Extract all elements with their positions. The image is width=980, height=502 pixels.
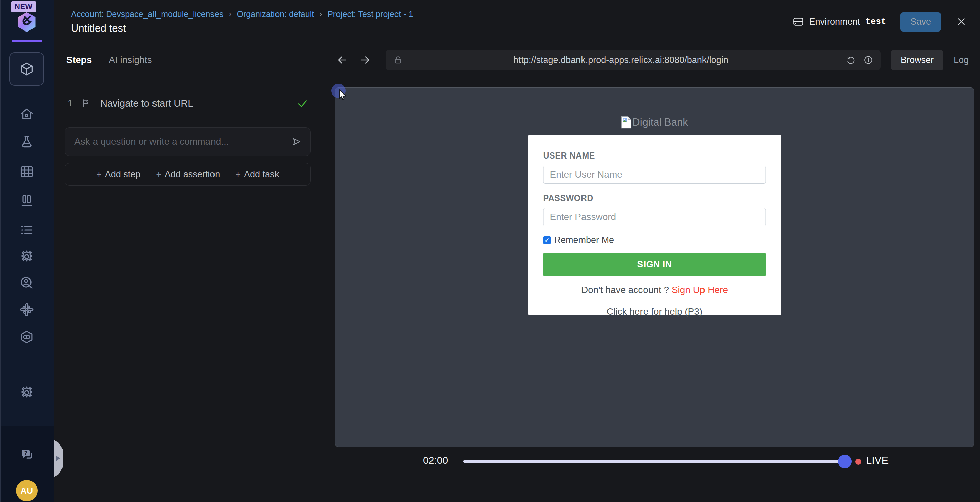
header: Account: Devspace_all_module_licenses › … — [54, 0, 980, 44]
sign-in-button[interactable]: SIGN IN — [543, 253, 766, 276]
plus-icon: + — [96, 169, 102, 180]
ask-command-input[interactable] — [75, 137, 291, 147]
help-chat-icon — [19, 448, 34, 462]
tab-ai-insights[interactable]: AI insights — [108, 55, 152, 65]
sidebar-item-home[interactable] — [19, 106, 34, 121]
replay-viewport[interactable]: Digital Bank USER NAME PASSWORD ✓ Rememb… — [336, 88, 974, 447]
forward-arrow-icon[interactable] — [359, 54, 371, 66]
flag-icon — [81, 98, 92, 108]
gear-icon — [19, 249, 34, 264]
sidebar-item-results[interactable] — [19, 222, 34, 237]
breadcrumb-organization[interactable]: Organization: default — [237, 10, 314, 19]
site-logo-alt-text: Digital Bank — [632, 116, 688, 128]
environment-db-icon — [792, 16, 804, 28]
sidebar-item-test-runs[interactable] — [19, 193, 34, 208]
sidebar-item-slack[interactable] — [19, 302, 34, 317]
timeline-thumb[interactable] — [838, 455, 852, 469]
browser-panel: http://stage.dbank.prod-apps.relicx.ai:8… — [322, 44, 980, 502]
list-icon — [19, 222, 34, 237]
add-step-button[interactable]: +Add step — [96, 169, 140, 180]
plus-icon: + — [156, 169, 161, 180]
step-text: Navigate to start URL — [100, 98, 193, 109]
login-card: USER NAME PASSWORD ✓ Remember Me SIGN IN… — [528, 135, 781, 315]
page-title: Untitled test — [71, 22, 413, 35]
add-task-button[interactable]: +Add task — [235, 169, 279, 180]
steps-panel: Steps AI insights 1 Navigate to start UR… — [54, 44, 322, 502]
live-dot-icon — [855, 459, 861, 465]
tab-steps[interactable]: Steps — [66, 55, 92, 65]
password-label: PASSWORD — [543, 193, 766, 203]
header-right: Environment test Save — [792, 13, 980, 32]
sidebar-item-tests[interactable] — [10, 52, 44, 86]
test-tubes-icon — [19, 193, 34, 208]
timeline-track[interactable] — [463, 460, 845, 463]
breadcrumb-account[interactable]: Account: Devspace_all_module_licenses — [71, 10, 223, 19]
broken-image-icon — [621, 116, 632, 129]
sidebar-item-settings[interactable] — [19, 385, 34, 400]
remember-me-checkbox[interactable]: ✓ — [543, 236, 551, 244]
url-text[interactable]: http://stage.dbank.prod-apps.relicx.ai:8… — [403, 55, 838, 65]
sidebar-item-config[interactable] — [19, 249, 34, 264]
ask-command-box — [65, 127, 311, 156]
tab-log[interactable]: Log — [953, 55, 969, 65]
info-icon[interactable] — [863, 55, 873, 65]
chevron-right-icon — [56, 456, 60, 461]
browser-toolbar: http://stage.dbank.prod-apps.relicx.ai:8… — [322, 44, 980, 76]
step-row[interactable]: 1 Navigate to start URL — [54, 94, 322, 113]
tab-browser[interactable]: Browser — [891, 50, 943, 70]
user-search-icon — [19, 275, 34, 290]
breadcrumb: Account: Devspace_all_module_licenses › … — [71, 10, 413, 19]
sidebar-item-suites[interactable] — [19, 164, 34, 179]
start-url-link[interactable]: start URL — [152, 98, 193, 109]
sidebar-item-lab[interactable] — [19, 135, 34, 149]
reload-icon[interactable] — [846, 55, 856, 65]
home-icon — [19, 106, 34, 121]
header-left: Account: Devspace_all_module_licenses › … — [54, 10, 413, 35]
plus-icon: + — [235, 169, 241, 180]
environment-value[interactable]: test — [865, 17, 886, 27]
sidebar-divider — [12, 367, 42, 367]
send-icon[interactable] — [291, 136, 302, 148]
playback-time: 02:00 — [423, 455, 448, 466]
add-assertion-button[interactable]: +Add assertion — [156, 169, 220, 180]
gear-icon — [19, 385, 34, 400]
slack-icon — [19, 302, 34, 317]
password-field[interactable] — [543, 208, 766, 226]
help-link[interactable]: Click here for help (P3) — [543, 306, 766, 317]
user-avatar[interactable]: AU — [16, 480, 38, 501]
sidebar-item-session-explorer[interactable] — [19, 275, 34, 290]
step-number: 1 — [68, 98, 73, 109]
signup-prefix: Don't have account ? — [581, 284, 669, 295]
sign-up-link[interactable]: Sign Up Here — [671, 284, 728, 295]
back-arrow-icon[interactable] — [336, 54, 348, 66]
close-icon[interactable] — [956, 16, 967, 27]
site-logo: Digital Bank — [336, 116, 974, 129]
package-box-icon — [19, 61, 35, 77]
sidebar-item-integrations[interactable] — [19, 330, 34, 345]
save-button[interactable]: Save — [900, 13, 941, 32]
sidebar: NEW AU — [0, 0, 54, 502]
app-logo[interactable] — [16, 10, 38, 35]
breadcrumb-chevron-icon: › — [229, 10, 231, 19]
username-label: USER NAME — [543, 151, 595, 160]
breadcrumb-chevron-icon: › — [320, 10, 322, 19]
success-check-icon — [296, 97, 309, 109]
relicx-logo-icon — [16, 10, 38, 34]
breadcrumb-project[interactable]: Project: Test project - 1 — [328, 10, 413, 19]
username-field[interactable] — [543, 165, 766, 184]
unlocked-padlock-icon — [393, 55, 403, 65]
sidebar-item-help[interactable] — [19, 448, 34, 462]
grid-icon — [19, 164, 34, 179]
logo-accent-divider — [12, 40, 42, 42]
signup-row: Don't have account ? Sign Up Here — [543, 284, 766, 295]
flask-icon — [19, 135, 34, 149]
url-bar[interactable]: http://stage.dbank.prod-apps.relicx.ai:8… — [386, 49, 881, 70]
step-actions: +Add step +Add assertion +Add task — [65, 163, 311, 186]
environment-label: Environment — [809, 17, 860, 27]
remember-me-label: Remember Me — [554, 235, 614, 245]
window-edge — [0, 0, 2, 502]
steps-tabs: Steps AI insights — [54, 44, 322, 76]
live-label[interactable]: LIVE — [866, 455, 888, 467]
mouse-cursor-icon — [336, 89, 349, 101]
hexagon-link-icon — [19, 330, 34, 345]
